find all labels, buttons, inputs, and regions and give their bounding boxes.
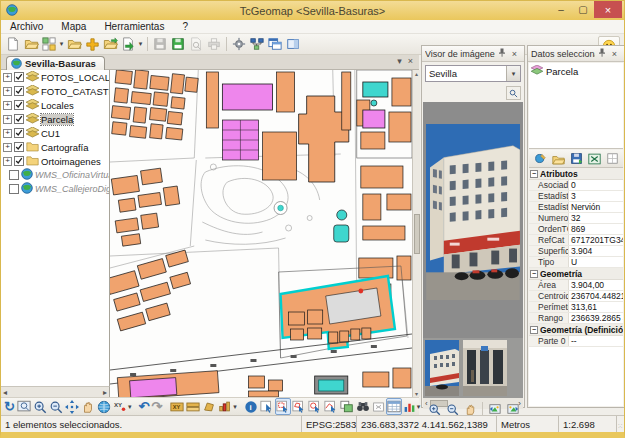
property-row[interactable]: RefCat6717201TG3461N [529, 235, 623, 246]
collapse-icon[interactable]: − [530, 270, 538, 278]
save-as-button[interactable] [169, 36, 187, 53]
layer-checkbox[interactable] [14, 86, 24, 96]
close-button[interactable]: × [594, 1, 622, 18]
chart-caret[interactable]: ▾ [417, 403, 421, 411]
photo-display-area[interactable] [423, 102, 523, 338]
menu-mapa[interactable]: Mapa [52, 21, 95, 32]
minimize-button[interactable]: – [550, 1, 572, 18]
selected-feature-item[interactable]: Parcela [529, 63, 623, 79]
layer-checkbox[interactable] [14, 142, 24, 152]
thumbnail-building[interactable] [425, 340, 459, 396]
selection-overlay-button[interactable] [339, 398, 355, 415]
expand-icon[interactable]: + [3, 87, 12, 96]
measure-stats-button[interactable] [217, 398, 233, 415]
layer-checkbox[interactable] [14, 114, 24, 124]
property-row[interactable]: OrdenTC869 [529, 224, 623, 235]
clear-selection-button[interactable] [371, 398, 386, 415]
layer-checkbox[interactable] [14, 72, 24, 82]
save-data-button[interactable] [567, 150, 585, 167]
region-combobox[interactable]: Sevilla ▾ [425, 65, 521, 82]
layer-label[interactable]: FOTO_CATASTRAL [41, 86, 110, 97]
layer-tree-item-wms[interactable]: WMS_CallejeroDigital [1, 182, 109, 196]
measure-distance-button[interactable] [185, 398, 201, 415]
update-data-button[interactable] [531, 150, 549, 167]
layer-checkbox[interactable] [9, 170, 19, 180]
export-button[interactable] [119, 36, 137, 53]
goto-xy-caret[interactable]: ▾ [128, 403, 132, 411]
title-bar[interactable]: TcGeomap <Sevilla-Basuras> – ▢ × [1, 1, 624, 20]
layer-label[interactable]: FOTOS_LOCALES [41, 72, 110, 83]
layer-tree-item-selected[interactable]: + Parcela [1, 112, 109, 126]
open-data-button[interactable] [549, 150, 567, 167]
expand-icon[interactable]: + [3, 101, 12, 110]
export-table-button[interactable] [585, 150, 603, 167]
select-by-polygon-button[interactable] [291, 398, 307, 415]
measure-coordinates-button[interactable]: XY [169, 398, 185, 415]
scroll-up-icon[interactable]: ▴ [415, 70, 418, 77]
thumbnail-entrance[interactable] [463, 340, 507, 396]
pin-icon[interactable] [595, 48, 608, 59]
image-viewer-header[interactable]: Visor de imágenes JPG × [422, 46, 524, 62]
scroll-down-icon[interactable]: ▾ [415, 390, 418, 397]
layer-tree-item[interactable]: + Locales [1, 98, 109, 112]
info-button[interactable]: i [243, 398, 259, 415]
layer-checkbox[interactable] [14, 128, 24, 138]
property-row[interactable]: Perímetr313,61 [529, 302, 623, 313]
full-extent-button[interactable] [16, 398, 32, 415]
property-row[interactable]: Estadístic3 [529, 191, 623, 202]
network-button[interactable] [248, 36, 266, 53]
combo-caret-icon[interactable]: ▾ [506, 66, 520, 81]
section-header[interactable]: −Atributos [529, 168, 623, 180]
layer-manager-caret[interactable]: ▾ [58, 40, 65, 48]
select-by-circle-button[interactable] [307, 398, 323, 415]
layer-checkbox[interactable] [9, 184, 19, 194]
open-project-button[interactable] [65, 36, 83, 53]
map-view[interactable] [110, 70, 412, 397]
tab-close-button[interactable]: × [408, 56, 413, 66]
expand-icon[interactable]: + [3, 157, 12, 166]
select-elements-button[interactable] [259, 398, 275, 415]
expand-icon[interactable]: + [3, 129, 12, 138]
scroll-right-icon[interactable]: ▸ [103, 388, 107, 397]
menu-herramientas[interactable]: Herramientas [95, 21, 173, 32]
layer-label[interactable]: Parcela [41, 114, 73, 125]
pan-hand-button[interactable] [80, 398, 96, 415]
layer-manager-button[interactable] [40, 36, 58, 53]
grid-view-button[interactable] [603, 150, 621, 167]
layer-label[interactable]: Ortoimagenes [41, 156, 101, 167]
zoom-in-button[interactable] [32, 398, 48, 415]
print-preview-button[interactable] [187, 36, 205, 53]
section-header[interactable]: −Geometría [529, 268, 623, 280]
print-button[interactable] [205, 36, 223, 53]
open-map-button[interactable] [22, 36, 40, 53]
property-row[interactable]: Asociado0 [529, 180, 623, 191]
windows-layout-button[interactable] [266, 36, 284, 53]
find-binoculars-button[interactable] [355, 398, 371, 415]
property-row[interactable]: Parte 0-- [529, 336, 623, 347]
export-caret[interactable]: ▾ [137, 40, 144, 48]
statistics-chart-button[interactable] [402, 398, 417, 415]
zoom-out-button[interactable] [48, 398, 64, 415]
panel-view-button[interactable] [284, 36, 302, 53]
document-tab[interactable]: Sevilla-Basuras [6, 56, 105, 70]
pin-icon[interactable] [495, 48, 508, 59]
select-by-rectangle-button[interactable] [275, 398, 291, 415]
maximize-button[interactable]: ▢ [572, 1, 594, 18]
attribute-table-button[interactable] [386, 398, 402, 415]
add-layer-button[interactable] [83, 36, 101, 53]
world-view-button[interactable] [96, 398, 112, 415]
settings-gear-button[interactable] [230, 36, 248, 53]
layer-tree-item[interactable]: + FOTO_CATASTRAL [1, 84, 109, 98]
property-row[interactable]: Numero32 [529, 213, 623, 224]
layer-tree-item[interactable]: + Ortoimagenes [1, 154, 109, 168]
layer-label[interactable]: Cartografía [41, 142, 89, 153]
import-folder-button[interactable] [101, 36, 119, 53]
collapse-icon[interactable]: − [530, 326, 538, 334]
layer-tree-item[interactable]: + Cartografía [1, 140, 109, 154]
building-photo[interactable] [426, 124, 520, 300]
image-search-button[interactable] [506, 86, 521, 100]
menu-archivo[interactable]: Archivo [1, 21, 52, 32]
property-row[interactable]: Superficie3.904 [529, 246, 623, 257]
layer-label[interactable]: WMS_OficinaVirtualCa [35, 170, 110, 180]
layer-checkbox[interactable] [14, 100, 24, 110]
